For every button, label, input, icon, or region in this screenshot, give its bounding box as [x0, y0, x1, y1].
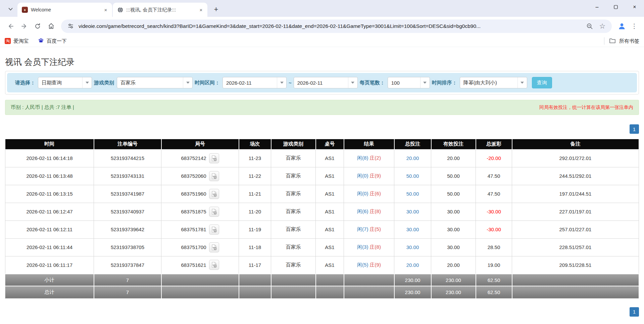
sort-select[interactable]: 降幂(由大到小): [460, 77, 527, 88]
total-bet-link[interactable]: 20.00: [406, 155, 419, 161]
date-start-select[interactable]: 2026-02-11: [222, 77, 287, 88]
page-1-button[interactable]: 1: [630, 124, 639, 134]
tab-search-chevron-button[interactable]: [5, 4, 15, 14]
film-clip-icon: [211, 261, 217, 268]
time-cell: 2026-02-11 06:13:15: [5, 185, 94, 203]
zoom-out-icon[interactable]: [585, 22, 594, 31]
chevron-down-icon: [8, 8, 13, 11]
remark-cell: 227.01/197.01: [512, 203, 639, 220]
round-cell: 683751875: [161, 203, 239, 220]
summary-cell: [316, 274, 344, 286]
game-kind-select[interactable]: 百家乐: [117, 77, 193, 88]
bet-id-cell: 523193739642: [94, 220, 161, 238]
forward-button[interactable]: [17, 19, 31, 33]
video-replay-button[interactable]: [209, 260, 219, 270]
tab-strip: ♠ Welcome × :::视讯, 会员下注纪录::: × + – ×: [0, 0, 644, 17]
page-content: 视讯 会员下注纪录 请选择： 日期查询 游戏类别 百家乐 时间区间： 2026-…: [0, 56, 644, 317]
remark-cell: 209.51/228.51: [512, 256, 639, 274]
video-replay-button[interactable]: [209, 207, 219, 217]
person-icon: [618, 22, 626, 30]
round-cell: 683751781: [161, 220, 239, 238]
dropdown-arrow-icon[interactable]: [348, 77, 357, 88]
bookmark-baidu[interactable]: 百度一下: [38, 38, 67, 45]
result-cell: 闲(3) 庄(8): [344, 238, 394, 256]
pagination-top: 1: [5, 124, 639, 134]
video-replay-button[interactable]: [209, 225, 219, 235]
summary-cell: 7: [94, 274, 161, 286]
result-cell: 闲(0) 庄(6): [344, 185, 394, 203]
column-header: 时间: [5, 139, 94, 149]
page-1-button[interactable]: 1: [630, 307, 639, 317]
tilde-separator: ~: [289, 80, 292, 86]
site-info-icon[interactable]: [66, 22, 75, 31]
result-banker: 庄(6): [370, 191, 381, 196]
round-id-wrap: 683751875: [181, 207, 219, 217]
bookmark-taobao[interactable]: 淘 爱淘宝: [5, 38, 29, 44]
dropdown-arrow-icon[interactable]: [82, 77, 92, 88]
payout-cell: 19.00: [476, 256, 512, 274]
result-banker: 庄(9): [370, 262, 381, 268]
tab-close-icon[interactable]: ×: [197, 6, 205, 13]
round-cell: 683751621: [161, 256, 239, 274]
summary-cell: [271, 274, 316, 286]
profile-avatar[interactable]: [615, 19, 629, 33]
taobao-icon: 淘: [5, 38, 11, 44]
bookmark-star-icon[interactable]: ☆: [598, 22, 607, 31]
tab-close-icon[interactable]: ×: [102, 6, 109, 13]
close-window-button[interactable]: ×: [625, 0, 644, 14]
total-bet-link[interactable]: 20.00: [406, 262, 419, 268]
dropdown-arrow-icon[interactable]: [183, 77, 192, 88]
dropdown-arrow-icon[interactable]: [420, 77, 430, 88]
dropdown-arrow-icon[interactable]: [277, 77, 286, 88]
url-text[interactable]: videoie.com/game/betrecord_search/kind3?…: [79, 23, 582, 29]
valid-bet-cell: 30.00: [431, 238, 476, 256]
session-cell: 11-21: [239, 185, 271, 203]
column-header: 局号: [161, 139, 239, 149]
page-title: 视讯 会员下注纪录: [5, 56, 639, 68]
tab-betrecord-active[interactable]: :::视讯, 会员下注纪录::: ×: [113, 3, 207, 17]
query-type-select[interactable]: 日期查询: [38, 77, 92, 88]
time-cell: 2026-02-11 06:11:17: [5, 256, 94, 274]
browser-menu-button[interactable]: ⋮: [629, 21, 640, 32]
total-bet-link[interactable]: 30.00: [406, 244, 419, 250]
valid-bet-cell: 30.00: [431, 220, 476, 238]
video-replay-button[interactable]: [209, 189, 219, 199]
date-end-select[interactable]: 2026-02-11: [294, 77, 358, 88]
video-replay-button[interactable]: [209, 242, 219, 252]
search-button[interactable]: 查询: [532, 77, 552, 88]
dropdown-arrow-icon[interactable]: [517, 77, 527, 88]
summary-cell: [239, 274, 271, 286]
time-cell: 2026-02-11 06:12:11: [5, 220, 94, 238]
film-clip-icon: [211, 226, 217, 233]
select-type-label: 请选择：: [15, 80, 35, 86]
summary-cell: [316, 286, 344, 298]
round-id-wrap: 683751700: [181, 242, 219, 252]
video-replay-button[interactable]: [209, 153, 219, 163]
summary-cell: [344, 286, 394, 298]
page-size-select[interactable]: 100: [388, 77, 430, 88]
forward-icon: [21, 23, 28, 30]
new-tab-button[interactable]: +: [211, 4, 221, 15]
result-player: 闲(5): [357, 262, 368, 268]
total-bet-link[interactable]: 30.00: [406, 209, 419, 214]
table-no-cell: AS1: [316, 203, 344, 220]
column-header: 备注: [512, 139, 639, 149]
total-bet-cell: 50.00: [394, 167, 431, 185]
all-bookmarks-button[interactable]: 所有书签: [604, 37, 639, 45]
reload-button[interactable]: [31, 19, 44, 33]
maximize-button[interactable]: [606, 0, 625, 14]
bet-record-row: 2026-02-11 06:11:44523193738705683751700…: [5, 238, 639, 256]
tab-title: Welcome: [28, 7, 102, 12]
home-button[interactable]: [44, 19, 58, 33]
column-header: 游戏类别: [271, 139, 316, 149]
payout-cell: 28.50: [476, 238, 512, 256]
total-bet-link[interactable]: 50.00: [406, 173, 419, 179]
address-bar[interactable]: videoie.com/game/betrecord_search/kind3?…: [61, 19, 612, 33]
video-replay-button[interactable]: [209, 171, 219, 181]
maximize-icon: [614, 5, 618, 9]
total-bet-link[interactable]: 30.00: [406, 227, 419, 232]
minimize-button[interactable]: –: [588, 0, 606, 14]
tab-welcome[interactable]: ♠ Welcome ×: [17, 3, 112, 17]
total-bet-link[interactable]: 50.00: [406, 191, 419, 197]
back-button[interactable]: [4, 19, 17, 33]
